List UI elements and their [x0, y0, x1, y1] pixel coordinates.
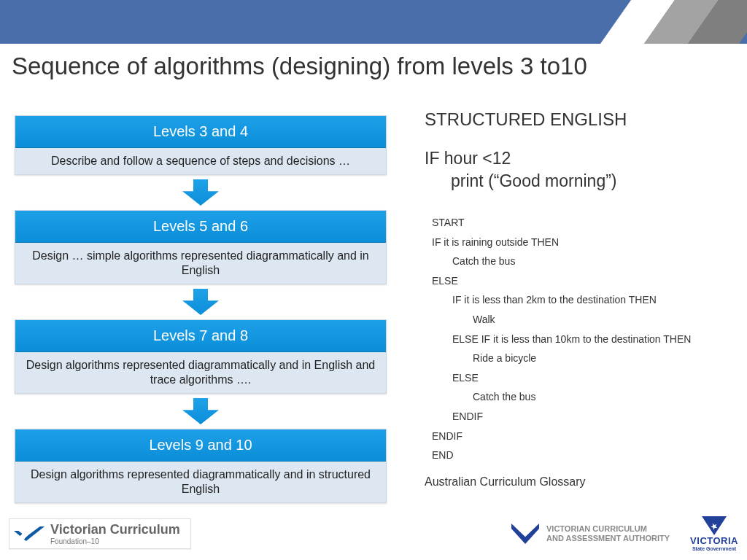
glossary-attribution: Australian Curriculum Glossary [425, 475, 731, 489]
pseudo-line: IF it is less than 2km to the destinatio… [432, 290, 731, 310]
card-body: Design … simple algorithms represented d… [15, 243, 386, 284]
card-head: Levels 3 and 4 [15, 116, 386, 148]
example-line: IF hour <12 [425, 149, 511, 168]
vcaa-logo: VICTORIAN CURRICULUM AND ASSESSMENT AUTH… [511, 524, 670, 544]
header-bar [0, 0, 747, 44]
card-head: Levels 7 and 8 [15, 320, 386, 352]
pseudo-line: IF it is raining outside THEN [432, 233, 731, 252]
pseudo-line: ENDIF [432, 427, 731, 446]
card-body: Design algorithms represented diagrammat… [15, 462, 386, 502]
pseudo-line: ELSE [432, 271, 731, 291]
footer-right: VICTORIAN CURRICULUM AND ASSESSMENT AUTH… [511, 516, 738, 551]
card-head: Levels 5 and 6 [15, 211, 386, 243]
vc-line1: Victorian Curriculum [50, 522, 180, 537]
pseudo-line: Catch the bus [432, 252, 731, 271]
pseudo-line: ENDIF [432, 407, 731, 427]
vcaa-check-icon [511, 524, 539, 544]
pseudo-line: Catch the bus [432, 387, 731, 407]
vc-line2: Foundation–10 [50, 537, 180, 545]
structured-english-example: IF hour <12 print (“Good morning”) [425, 147, 731, 192]
vcaa-text: VICTORIAN CURRICULUM AND ASSESSMENT AUTH… [546, 524, 670, 542]
card-levels-7-8: Levels 7 and 8 Design algorithms represe… [15, 319, 387, 394]
card-body: Describe and follow a sequence of steps … [15, 148, 386, 174]
card-levels-5-6: Levels 5 and 6 Design … simple algorithm… [15, 210, 387, 284]
arrow-down-icon [15, 179, 387, 206]
structured-english-heading: STRUCTURED ENGLISH [425, 109, 731, 130]
victorian-curriculum-badge: Victorian Curriculum Foundation–10 [9, 518, 191, 549]
pseudo-line: ELSE [432, 368, 731, 388]
victoria-triangle-icon [702, 516, 727, 535]
pseudocode-block: START IF it is raining outside THEN Catc… [432, 213, 731, 465]
card-head: Levels 9 and 10 [15, 429, 386, 462]
pseudo-line: END [432, 446, 731, 465]
pseudo-line: ELSE IF it is less than 10km to the dest… [432, 330, 731, 349]
arrow-down-icon [15, 289, 387, 315]
pseudo-line: Ride a bicycle [432, 349, 731, 368]
footer-bar: Victorian Curriculum Foundation–10 VICTO… [9, 512, 738, 556]
header-accent-stripes [557, 0, 747, 44]
victoria-line2: State Government [690, 546, 738, 551]
card-body: Design algorithms represented diagrammat… [15, 352, 386, 393]
arrow-down-icon [15, 398, 387, 424]
card-levels-3-4: Levels 3 and 4 Describe and follow a seq… [15, 115, 387, 175]
vc-text: Victorian Curriculum Foundation–10 [50, 522, 180, 545]
levels-flow: Levels 3 and 4 Describe and follow a seq… [15, 115, 387, 509]
card-levels-9-10: Levels 9 and 10 Design algorithms repres… [15, 429, 387, 503]
pseudo-line: Walk [432, 310, 731, 330]
victoria-state-logo: VICTORIA State Government [690, 516, 738, 551]
structured-english-panel: STRUCTURED ENGLISH IF hour <12 print (“G… [425, 109, 731, 489]
page-title: Sequence of algorithms (designing) from … [12, 52, 587, 80]
victoria-line1: VICTORIA [690, 535, 738, 546]
vc-check-icon [14, 526, 44, 541]
victoria-text: VICTORIA State Government [690, 535, 738, 551]
example-line: print (“Good morning”) [425, 170, 617, 192]
pseudo-line: START [432, 217, 465, 228]
vcaa-line2: AND ASSESSMENT AUTHORITY [546, 534, 670, 543]
vcaa-line1: VICTORIAN CURRICULUM [546, 524, 670, 534]
